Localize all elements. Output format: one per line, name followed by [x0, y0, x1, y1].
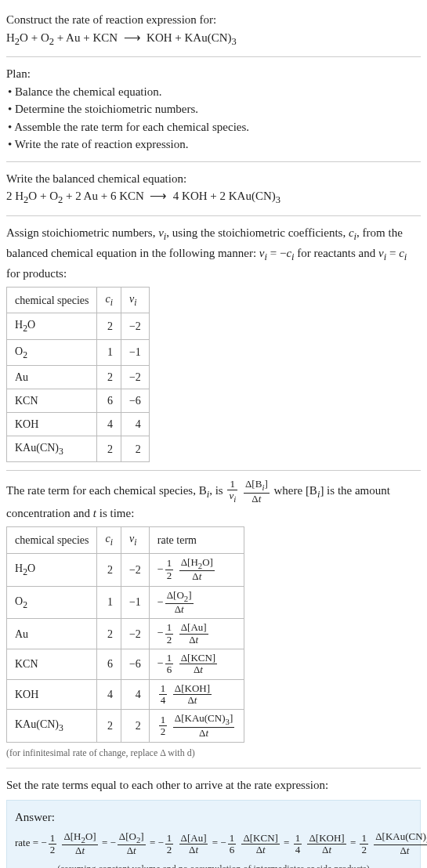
table-row: KAu(CN)32212 Δ[KAu(CN)3]Δt — [7, 710, 244, 743]
cell-nui: 2 — [121, 710, 149, 743]
divider — [6, 56, 421, 57]
cell-ci: 2 — [97, 313, 121, 339]
balanced-heading: Write the balanced chemical equation: — [6, 170, 421, 188]
table-row: O21−1 — [7, 339, 150, 365]
cell-nui: −2 — [121, 553, 149, 586]
cell-nui: −6 — [121, 649, 149, 679]
table-header-row: chemical species ci νi rate term — [7, 527, 244, 553]
col-nui: νi — [121, 288, 149, 313]
balanced-equation: 2 H2O + O2 + 2 Au + 6 KCN ⟶ 4 KOH + 2 KA… — [6, 187, 421, 208]
cell-species: Au — [7, 365, 97, 389]
assign-section: Assign stoichiometric numbers, νi, using… — [6, 219, 421, 467]
final-section: Set the rate terms equal to each other t… — [6, 772, 421, 868]
cell-ci: 1 — [97, 586, 121, 619]
intro-equation: H2O + O2 + Au + KCN ⟶ KOH + KAu(CN)3 — [6, 29, 421, 49]
plan-heading: Plan: — [6, 65, 421, 83]
cell-ci: 2 — [97, 365, 121, 389]
divider — [6, 161, 421, 162]
table-row: KOH44 — [7, 412, 150, 436]
table-row: KOH4414 Δ[KOH]Δt — [7, 679, 244, 710]
answer-note: (assuming constant volume and no accumul… — [15, 862, 412, 868]
cell-nui: 4 — [121, 679, 149, 710]
col-species: chemical species — [7, 288, 97, 313]
table-row: O21−1−Δ[O2]Δt — [7, 586, 244, 619]
cell-species: O2 — [7, 339, 97, 365]
table-row: KCN6−6−16 Δ[KCN]Δt — [7, 649, 244, 679]
cell-species: O2 — [7, 586, 97, 619]
rateterm-intro: The rate term for each chemical species,… — [6, 479, 421, 522]
cell-rateterm: −12 Δ[Au]Δt — [149, 619, 244, 649]
cell-nui: −2 — [121, 619, 149, 649]
table-header-row: chemical species ci νi — [7, 288, 150, 313]
divider — [6, 470, 421, 471]
intro-section: Construct the rate of reaction expressio… — [6, 6, 421, 53]
cell-species: Au — [7, 619, 97, 649]
cell-rateterm: −12 Δ[H2O]Δt — [149, 553, 244, 586]
table-row: Au2−2−12 Δ[Au]Δt — [7, 619, 244, 649]
col-rate: rate term — [149, 527, 244, 553]
final-heading: Set the rate terms equal to each other t… — [6, 776, 421, 794]
cell-ci: 6 — [97, 389, 121, 412]
col-ci: ci — [97, 288, 121, 313]
table-row: H2O2−2 — [7, 313, 150, 339]
answer-box: Answer: rate = −12 Δ[H2O]Δt = −Δ[O2]Δt =… — [6, 800, 421, 868]
cell-species: KOH — [7, 412, 97, 436]
table-row: KAu(CN)322 — [7, 436, 150, 461]
cell-nui: −2 — [121, 365, 149, 389]
cell-species: H2O — [7, 553, 97, 586]
plan-item: Assemble the rate term for each chemical… — [8, 118, 421, 136]
divider — [6, 768, 421, 769]
cell-ci: 2 — [97, 553, 121, 586]
plan-item: Write the rate of reaction expression. — [8, 136, 421, 154]
cell-species: H2O — [7, 313, 97, 339]
assign-text: Assign stoichiometric numbers, νi, using… — [6, 224, 421, 282]
cell-ci: 4 — [97, 679, 121, 710]
cell-species: KOH — [7, 679, 97, 710]
table-row: H2O2−2−12 Δ[H2O]Δt — [7, 553, 244, 586]
cell-nui: 4 — [121, 412, 149, 436]
table-row: KCN6−6 — [7, 389, 150, 412]
col-species: chemical species — [7, 527, 97, 553]
divider — [6, 215, 421, 216]
plan-item: Balance the chemical equation. — [8, 83, 421, 101]
cell-rateterm: 14 Δ[KOH]Δt — [149, 679, 244, 710]
cell-species: KAu(CN)3 — [7, 436, 97, 461]
answer-label: Answer: — [15, 808, 412, 826]
cell-ci: 1 — [97, 339, 121, 365]
cell-ci: 4 — [97, 412, 121, 436]
balanced-section: Write the balanced chemical equation: 2 … — [6, 165, 421, 212]
stoich-table-1: chemical species ci νi H2O2−2O21−1Au2−2K… — [6, 287, 150, 462]
cell-nui: −2 — [121, 313, 149, 339]
cell-species: KAu(CN)3 — [7, 710, 97, 743]
answer-rate-expression: rate = −12 Δ[H2O]Δt = −Δ[O2]Δt = −12 Δ[A… — [15, 831, 412, 857]
cell-nui: 2 — [121, 436, 149, 461]
cell-ci: 2 — [97, 436, 121, 461]
cell-rateterm: −Δ[O2]Δt — [149, 586, 244, 619]
plan-item: Determine the stoichiometric numbers. — [8, 100, 421, 118]
rateterm-section: The rate term for each chemical species,… — [6, 474, 421, 765]
cell-ci: 2 — [97, 710, 121, 743]
cell-nui: −6 — [121, 389, 149, 412]
col-nui: νi — [121, 527, 149, 553]
cell-nui: −1 — [121, 339, 149, 365]
cell-ci: 6 — [97, 649, 121, 679]
cell-ci: 2 — [97, 619, 121, 649]
table-row: Au2−2 — [7, 365, 150, 389]
plan-list: Balance the chemical equation. Determine… — [6, 83, 421, 154]
cell-species: KCN — [7, 649, 97, 679]
cell-nui: −1 — [121, 586, 149, 619]
plan-section: Plan: Balance the chemical equation. Det… — [6, 60, 421, 158]
cell-species: KCN — [7, 389, 97, 412]
stoich-table-2: chemical species ci νi rate term H2O2−2−… — [6, 526, 244, 742]
col-ci: ci — [97, 527, 121, 553]
cell-rateterm: 12 Δ[KAu(CN)3]Δt — [149, 710, 244, 743]
intro-heading: Construct the rate of reaction expressio… — [6, 11, 421, 29]
cell-rateterm: −16 Δ[KCN]Δt — [149, 649, 244, 679]
rateterm-footnote: (for infinitesimal rate of change, repla… — [6, 746, 421, 760]
